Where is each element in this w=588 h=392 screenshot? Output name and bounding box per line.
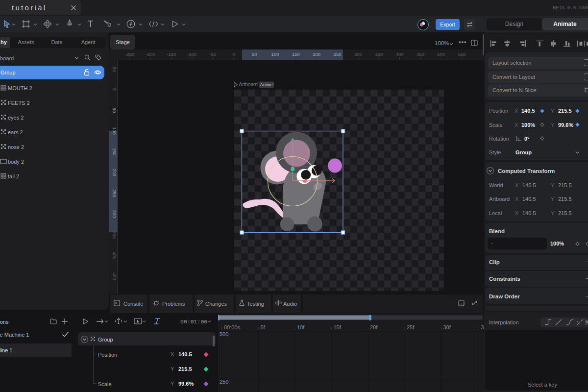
svg-text:350: 350 (375, 51, 383, 57)
svg-text:-150: -150 (167, 51, 176, 57)
svg-text:100: 100 (271, 51, 279, 57)
svg-text:-100: -100 (187, 51, 196, 57)
svg-text:250: 250 (334, 51, 342, 57)
svg-text:500: 500 (437, 51, 445, 57)
svg-text:500: 500 (220, 331, 228, 337)
svg-text:35f: 35f (481, 324, 484, 330)
svg-text:00:00s: 00:00s (224, 324, 241, 330)
svg-text:Active: Active (260, 82, 273, 87)
svg-text:-200: -200 (146, 51, 155, 57)
svg-text:10f: 10f (297, 324, 305, 330)
svg-text:150: 150 (292, 51, 300, 57)
svg-text:25f: 25f (407, 324, 415, 330)
svg-text:0: 0 (232, 51, 235, 57)
svg-text:5f: 5f (261, 324, 266, 330)
svg-text:30f: 30f (443, 324, 451, 330)
svg-text:Artboard: Artboard (239, 82, 258, 87)
svg-text:20f: 20f (370, 324, 378, 330)
svg-text:-50: -50 (209, 51, 216, 57)
svg-text:250: 250 (220, 379, 228, 385)
svg-text:450: 450 (416, 51, 424, 57)
svg-text:400: 400 (396, 51, 404, 57)
svg-text:550: 550 (458, 51, 466, 57)
svg-text:200: 200 (313, 51, 320, 57)
svg-text:-250: -250 (125, 51, 134, 57)
svg-text:50: 50 (252, 51, 257, 57)
svg-text:15f: 15f (334, 324, 342, 330)
svg-text:300: 300 (354, 51, 362, 57)
